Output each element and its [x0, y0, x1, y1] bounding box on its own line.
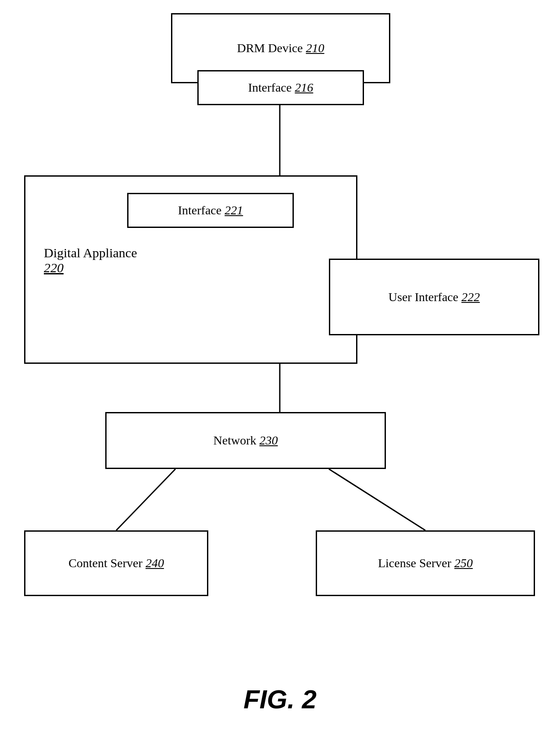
network-230-label: Network 230 [214, 434, 278, 448]
diagram: DRM Device 210 Interface 216 Interface 2… [0, 0, 560, 732]
user-interface-222-box: User Interface 222 [329, 259, 539, 335]
drm-device-label: DRM Device 210 [237, 41, 324, 55]
interface-221-label: Interface 221 [178, 203, 243, 217]
interface-216-label: Interface 216 [248, 81, 313, 95]
figure-label: FIG. 2 [243, 684, 317, 714]
interface-216-box: Interface 216 [197, 70, 364, 105]
interface-221-box: Interface 221 [127, 193, 294, 228]
connectors-svg [0, 0, 560, 732]
network-230-box: Network 230 [105, 412, 386, 469]
content-server-240-label: Content Server 240 [68, 556, 164, 570]
digital-appliance-label: Digital Appliance 220 [44, 245, 137, 275]
svg-line-2 [116, 469, 175, 530]
license-server-250-label: License Server 250 [378, 556, 473, 570]
content-server-240-box: Content Server 240 [24, 530, 208, 596]
svg-line-3 [329, 469, 425, 530]
user-interface-222-label: User Interface 222 [389, 290, 480, 304]
license-server-250-box: License Server 250 [316, 530, 535, 596]
